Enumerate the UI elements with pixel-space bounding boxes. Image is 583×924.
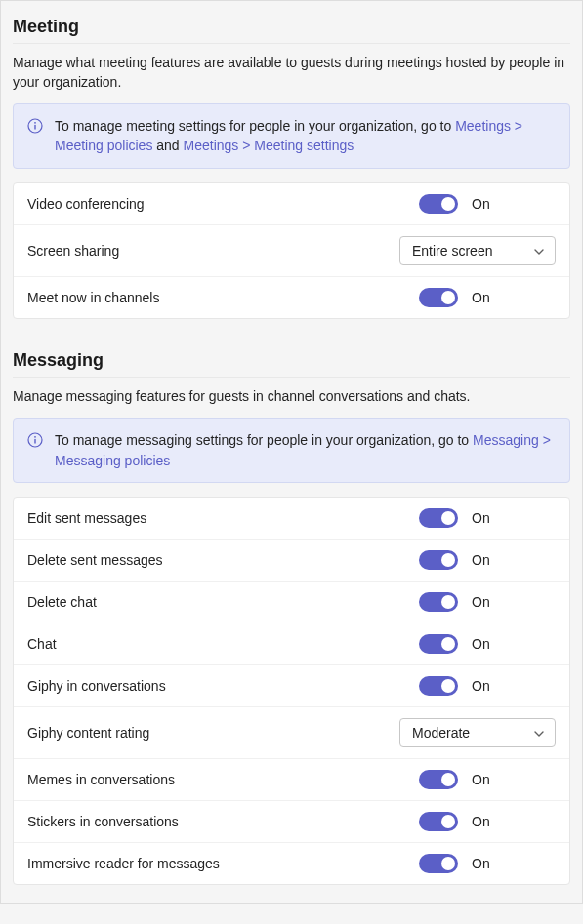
row-giphy-rating: Giphy content rating Moderate [14,707,569,759]
label-delete-chat: Delete chat [27,594,97,610]
svg-rect-5 [34,439,35,444]
row-chat: Chat On [14,623,569,665]
label-edit-sent: Edit sent messages [27,510,146,526]
meeting-settings-link[interactable]: Meetings > Meeting settings [184,138,354,153]
row-delete-sent: Delete sent messages On [14,540,569,582]
chevron-down-icon [533,245,545,257]
select-value-screen-sharing: Entire screen [412,243,492,259]
toggle-state: On [472,856,490,871]
svg-point-4 [34,436,36,438]
toggle-state: On [472,594,490,610]
toggle-giphy[interactable] [419,676,458,696]
toggle-stickers[interactable] [419,812,458,831]
row-delete-chat: Delete chat On [14,582,569,623]
row-immersive-reader: Immersive reader for messages On [14,843,569,884]
row-edit-sent: Edit sent messages On [14,498,569,540]
label-giphy-rating: Giphy content rating [27,725,149,741]
meeting-section-desc: Manage what meeting features are availab… [13,54,570,92]
banner-text-part: To manage messaging settings for people … [55,432,473,448]
chevron-down-icon [533,727,545,739]
messaging-section-desc: Manage messaging features for guests in … [13,387,570,407]
toggle-state: On [472,196,490,212]
label-delete-sent: Delete sent messages [27,552,163,568]
row-meet-now: Meet now in channels On [14,277,569,318]
toggle-video-conferencing[interactable] [419,194,458,214]
row-stickers: Stickers in conversations On [14,801,569,843]
toggle-state: On [472,636,490,652]
toggle-edit-sent[interactable] [419,508,458,528]
meeting-info-banner: To manage meeting settings for people in… [13,103,570,169]
select-screen-sharing[interactable]: Entire screen [399,236,556,265]
messaging-info-banner: To manage messaging settings for people … [13,418,570,483]
toggle-delete-sent[interactable] [419,550,458,570]
label-giphy: Giphy in conversations [27,678,166,694]
messaging-settings-card: Edit sent messages On Delete sent messag… [13,497,570,885]
banner-text-part: To manage meeting settings for people in… [55,118,455,134]
svg-rect-2 [34,125,35,130]
toggle-state: On [472,814,490,829]
label-meet-now: Meet now in channels [27,290,159,305]
info-icon [27,432,43,448]
toggle-state: On [472,290,490,305]
row-memes: Memes in conversations On [14,759,569,801]
label-chat: Chat [27,636,57,652]
messaging-section-title: Messaging [13,344,570,378]
label-screen-sharing: Screen sharing [27,243,119,259]
select-value-giphy-rating: Moderate [412,725,470,741]
row-screen-sharing: Screen sharing Entire screen [14,225,569,277]
toggle-state: On [472,678,490,694]
toggle-state: On [472,772,490,787]
toggle-chat[interactable] [419,634,458,654]
meeting-settings-card: Video conferencing On Screen sharing Ent… [13,182,570,319]
select-giphy-rating[interactable]: Moderate [399,718,556,747]
meeting-section-title: Meeting [13,11,570,44]
messaging-banner-text: To manage messaging settings for people … [55,430,556,470]
toggle-meet-now[interactable] [419,288,458,307]
label-memes: Memes in conversations [27,772,175,787]
svg-point-1 [34,122,36,124]
toggle-delete-chat[interactable] [419,592,458,612]
label-video-conferencing: Video conferencing [27,196,145,212]
row-giphy: Giphy in conversations On [14,665,569,707]
meeting-banner-text: To manage meeting settings for people in… [55,116,556,156]
banner-text-part: and [152,138,183,153]
toggle-memes[interactable] [419,770,458,789]
info-icon [27,118,43,134]
toggle-state: On [472,552,490,568]
row-video-conferencing: Video conferencing On [14,183,569,225]
label-stickers: Stickers in conversations [27,814,179,829]
toggle-immersive-reader[interactable] [419,854,458,873]
label-immersive-reader: Immersive reader for messages [27,856,220,871]
toggle-state: On [472,510,490,526]
